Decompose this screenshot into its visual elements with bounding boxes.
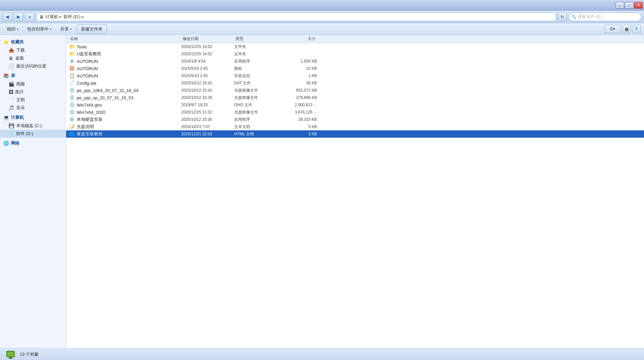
file-date: 2020/10/12 15:42 xyxy=(181,81,234,85)
back-button[interactable]: ◀ xyxy=(3,13,12,21)
share-label: 共享 xyxy=(60,26,69,32)
desktop-icon: 🖥 xyxy=(9,56,13,61)
organize-dropdown-arrow: ▾ xyxy=(17,27,19,31)
network-icon: 🌐 xyxy=(3,141,9,146)
favorites-section: ⭐ 收藏夹 📥 下载 🖥 桌面 🕐 最近访问的位置 xyxy=(0,38,66,70)
file-row[interactable]: 📝 光盘说明 2016/10/23 7:07 文本文档 5 KB xyxy=(66,123,644,130)
file-name: 本地硬盘安装 xyxy=(77,116,181,122)
file-name: AUTORUN xyxy=(77,59,181,64)
breadcrumb-computer[interactable]: 计算机 xyxy=(45,14,58,20)
file-type-icon: 💿 xyxy=(69,109,75,115)
pictures-icon: 🖼 xyxy=(9,89,13,95)
title-bar-buttons: — □ ✕ xyxy=(616,2,643,9)
file-name: Win7x64_2020 xyxy=(77,110,181,115)
new-folder-button[interactable]: 新建文件夹 xyxy=(77,24,107,34)
favorites-header[interactable]: ⭐ 收藏夹 xyxy=(0,38,66,46)
documents-icon: 📄 xyxy=(9,97,14,103)
library-section: 📚 库 🎬 视频 🖼 图片 📄 文档 🎵 音乐 xyxy=(0,71,66,112)
file-name: U盘安装教程 xyxy=(77,51,181,57)
file-date: 2015/5/10 2:45 xyxy=(181,66,234,71)
sidebar-item-documents[interactable]: 📄 文档 xyxy=(0,96,66,104)
breadcrumb-end: ▶ xyxy=(82,15,84,19)
help-button[interactable]: ? xyxy=(632,25,641,33)
sidebar-item-pictures[interactable]: 🖼 图片 xyxy=(0,88,66,96)
computer-section: 💻 计算机 💾 本地磁盘 (C:) 💿 软件 (D:) xyxy=(0,113,66,138)
file-row[interactable]: ⚙ 本地硬盘安装 2020/10/12 15:30 应用程序 28,315 KB xyxy=(66,116,644,123)
file-date: 2016/11/21 22:03 xyxy=(181,132,234,136)
download-label: 下载 xyxy=(16,47,25,53)
file-row[interactable]: 🌐 硬盘安装教程 2016/11/21 22:03 HTML 文档 3 KB xyxy=(66,130,644,138)
file-size: 28,315 KB xyxy=(274,117,317,122)
sidebar-item-desktop[interactable]: 🖥 桌面 xyxy=(0,54,66,62)
file-name: AUTORUN xyxy=(77,66,181,71)
file-date: 2020/10/12 15:41 xyxy=(181,88,234,93)
file-row[interactable]: 📄 Config.dat 2020/10/12 15:42 DAT 文件 36 … xyxy=(66,79,644,87)
file-type-icon: 📝 xyxy=(69,124,75,130)
breadcrumb-drive[interactable]: 软件 (D:) xyxy=(64,14,80,20)
sidebar-item-music[interactable]: 🎵 音乐 xyxy=(0,104,66,112)
recent-icon: 🕐 xyxy=(9,64,14,69)
status-text: 13 个对象 xyxy=(20,351,39,357)
title-bar: — □ ✕ xyxy=(0,0,644,11)
file-type: 文件夹 xyxy=(234,44,274,50)
breadcrumb[interactable]: 🖥 计算机 ▶ 软件 (D:) ▶ xyxy=(36,13,556,21)
file-type-icon: 📄 xyxy=(69,80,75,86)
details-view-button[interactable]: ▦ xyxy=(622,25,631,33)
file-size: 3 KB xyxy=(274,132,317,136)
file-type: 应用程序 xyxy=(234,59,274,64)
file-type-icon: ⚙ xyxy=(69,58,75,64)
file-type-icon: 💿 xyxy=(69,102,75,108)
computer-header[interactable]: 💻 计算机 xyxy=(0,113,66,122)
sidebar-item-recent[interactable]: 🕐 最近访问的位置 xyxy=(0,62,66,70)
file-size: 1 KB xyxy=(274,73,317,78)
sidebar-item-download[interactable]: 📥 下载 xyxy=(0,46,66,54)
file-row[interactable]: 💿 Win7x64.gho 2019/9/7 19:25 GHO 文件 2,90… xyxy=(66,101,644,109)
close-button[interactable]: ✕ xyxy=(634,2,643,9)
file-row[interactable]: 💿 Win7x64_2020 2020/12/25 11:32 光盘映像文件 3… xyxy=(66,109,644,116)
share-button[interactable]: 共享 ▾ xyxy=(57,24,75,34)
network-label: 网络 xyxy=(11,140,20,146)
file-date: 2020/10/12 15:30 xyxy=(181,117,234,122)
include-library-button[interactable]: 包含到库中 ▾ xyxy=(23,24,55,34)
sidebar-item-video[interactable]: 🎬 视频 xyxy=(0,80,66,88)
col-header-name[interactable]: 名称 xyxy=(69,36,181,42)
col-header-type[interactable]: 类型 xyxy=(234,36,274,42)
col-header-date[interactable]: 修改日期 xyxy=(181,36,234,42)
file-row[interactable]: 💿 pe_yqs_1064_20_07_31_16_04 2020/10/12 … xyxy=(66,87,644,94)
favorites-label: 收藏夹 xyxy=(11,39,24,45)
file-name: pe_yqs_1064_20_07_31_16_04 xyxy=(77,88,181,93)
help-icon: ? xyxy=(635,27,637,31)
desktop-label: 桌面 xyxy=(15,55,24,61)
organize-button[interactable]: 组织 ▾ xyxy=(3,24,22,34)
computer-label: 计算机 xyxy=(11,114,24,120)
file-name: Tools xyxy=(77,44,181,49)
refresh-button[interactable]: ↻ xyxy=(558,13,567,21)
forward-button[interactable]: ▶ xyxy=(14,13,23,21)
sidebar-item-drive-c[interactable]: 💾 本地磁盘 (C:) xyxy=(0,122,66,130)
library-header[interactable]: 📚 库 xyxy=(0,71,66,80)
file-row[interactable]: 📁 U盘安装教程 2020/12/25 14:52 文件夹 xyxy=(66,50,644,58)
file-row[interactable]: 💿 pe_yqs_xp_20_07_31_15_53 2020/10/12 15… xyxy=(66,94,644,101)
file-row[interactable]: 📋 AUTORUN 2015/5/10 2:45 安装信息 1 KB xyxy=(66,72,644,79)
file-row[interactable]: 🖼 AUTORUN 2015/5/10 2:45 图标 10 KB xyxy=(66,65,644,72)
view-options-button[interactable]: ☰▾ xyxy=(604,25,621,33)
file-row[interactable]: 📁 Tools 2020/12/25 14:52 文件夹 xyxy=(66,43,644,50)
file-type-icon: 🌐 xyxy=(69,131,75,137)
up-button[interactable]: ▲ xyxy=(25,13,34,21)
file-type-icon: 🖼 xyxy=(69,66,75,71)
file-type: 文本文档 xyxy=(234,124,274,130)
file-type-icon: 💿 xyxy=(69,95,75,101)
maximize-button[interactable]: □ xyxy=(625,2,633,9)
col-header-size[interactable]: 大小 xyxy=(274,36,317,42)
music-icon: 🎵 xyxy=(9,105,14,111)
main-layout: ⭐ 收藏夹 📥 下载 🖥 桌面 🕐 最近访问的位置 📚 库 🎬 xyxy=(0,35,644,348)
drive-d-label: 软件 (D:) xyxy=(16,131,33,137)
status-icon xyxy=(5,349,16,360)
sidebar-item-drive-d[interactable]: 💿 软件 (D:) xyxy=(0,130,66,138)
minimize-button[interactable]: — xyxy=(616,2,624,9)
file-row[interactable]: ⚙ AUTORUN 2016/1/8 4:54 应用程序 1,926 KB xyxy=(66,58,644,65)
search-box[interactable]: 🔍 搜索 软件 (D:) xyxy=(569,13,641,21)
pictures-label: 图片 xyxy=(15,89,24,95)
network-header[interactable]: 🌐 网络 xyxy=(0,139,66,148)
file-date: 2015/5/10 2:45 xyxy=(181,73,234,78)
